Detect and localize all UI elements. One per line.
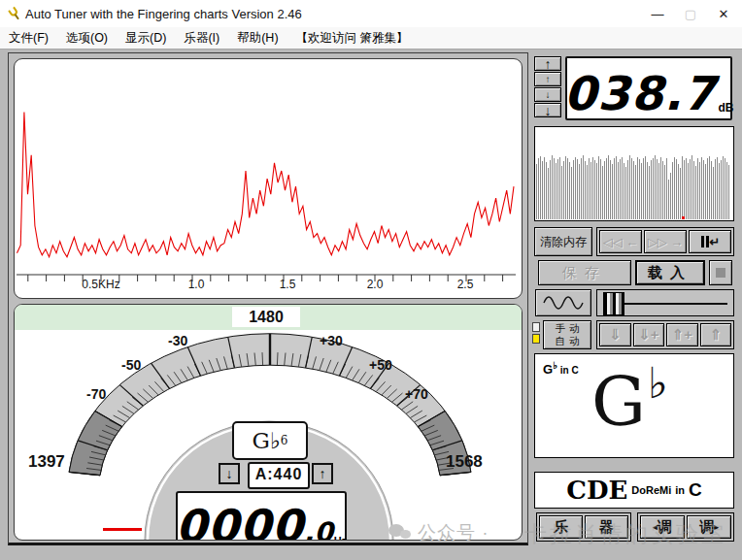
level-meter	[534, 126, 734, 221]
pitch-ref-up-button[interactable]: ↑	[312, 463, 333, 484]
shift-down-button[interactable]: ⇓	[599, 323, 631, 346]
level-bar	[647, 162, 648, 219]
x-tick-label: 0.5KHz	[82, 278, 119, 291]
level-bar	[627, 160, 628, 219]
level-bar	[624, 163, 624, 219]
db-unit: dB	[718, 101, 733, 115]
slider-handle[interactable]	[603, 292, 624, 315]
menu-options[interactable]: 选项(O)	[57, 30, 117, 47]
level-bar	[703, 160, 704, 219]
octave-arrow-group: ⇓ ⇓+ ⇑+ ⇑	[596, 320, 734, 349]
rewind-button[interactable]: ◁◁ ←	[599, 230, 642, 253]
level-bar	[557, 159, 558, 219]
shift-up-button[interactable]: ⇑	[700, 323, 732, 346]
waveform-button[interactable]	[535, 289, 591, 316]
level-bar	[577, 159, 578, 219]
minimize-button[interactable]: —	[641, 2, 674, 25]
level-bar	[686, 158, 687, 219]
instrument-prev-button[interactable]: 乐	[539, 515, 583, 539]
spectrum-plot	[15, 59, 520, 296]
level-bar	[614, 158, 615, 219]
level-bar	[657, 159, 658, 219]
db-big-down-button[interactable]: ↓	[534, 103, 561, 117]
level-bar	[589, 158, 590, 219]
shift-down-plus-button[interactable]: ⇓+	[633, 323, 665, 346]
level-bar	[653, 158, 654, 219]
level-bar	[616, 156, 617, 219]
close-button[interactable]: ✕	[707, 2, 740, 25]
level-bar	[629, 155, 630, 219]
pause-icon	[701, 236, 704, 247]
mode-indicators	[532, 322, 541, 346]
right-control-column: ↑ ↑ ↓ ↓ 038.7dB 清除内存 ◁◁ ← ▷▷ → ↵ 保存 载入 手…	[532, 52, 736, 545]
menu-file[interactable]: 文件(F)	[0, 30, 57, 47]
level-bar	[587, 165, 588, 219]
menu-help[interactable]: 帮助(H)	[228, 30, 287, 47]
level-bar	[728, 165, 729, 219]
key-next-button[interactable]: 调▸	[687, 515, 731, 539]
solfege-toggle[interactable]: CDE DoReMi in C	[534, 472, 734, 509]
big-note-glyph: G♭	[591, 368, 666, 436]
menu-instrument[interactable]: 乐器(I)	[175, 30, 228, 47]
level-bar	[596, 163, 597, 219]
scale-label-p30: +30	[320, 333, 343, 348]
level-bar	[575, 157, 576, 219]
level-bar	[569, 162, 570, 219]
x-tick-label: 1.5	[280, 278, 296, 291]
save-button[interactable]: 保存	[538, 260, 631, 285]
db-big-up-button[interactable]: ↑	[534, 56, 561, 71]
level-bar	[552, 155, 553, 219]
level-bar	[699, 162, 700, 219]
level-bar	[631, 158, 632, 219]
spectrum-panel: 0.5KHz 1.0 1.5 2.0 2.5	[14, 58, 523, 299]
shift-up-plus-button[interactable]: ⇑+	[666, 323, 698, 346]
stop-button[interactable]	[709, 260, 732, 285]
level-bar	[610, 160, 611, 219]
level-bar	[561, 166, 562, 219]
level-bar	[567, 158, 568, 219]
pause-button[interactable]: ↵	[689, 230, 731, 253]
level-bar	[719, 163, 720, 219]
instrument-next-button[interactable]: 器	[585, 515, 628, 539]
level-bar	[725, 158, 725, 219]
level-bar	[540, 156, 541, 219]
scale-label-p50: +50	[369, 357, 392, 373]
load-button[interactable]: 载入	[635, 260, 705, 285]
tuner-needle	[103, 528, 142, 531]
level-bar	[645, 156, 646, 219]
scale-label-m50: -50	[121, 357, 141, 373]
level-bar	[664, 165, 665, 219]
db-down-button[interactable]: ↓	[534, 87, 561, 102]
detected-note-display: G♭6	[232, 421, 308, 460]
forward-button[interactable]: ▷▷ →	[644, 230, 687, 253]
level-bar	[633, 161, 634, 219]
level-bar	[709, 156, 710, 219]
pitch-ref-down-button[interactable]: ↓	[219, 463, 240, 484]
range-low-frequency: 1397	[28, 452, 65, 472]
scale-label-p70: +70	[405, 386, 428, 402]
pause-icon	[706, 236, 709, 247]
menubar: 文件(F) 选项(O) 显示(D) 乐器(I) 帮助(H) 【欢迎访问 箫雅集】	[0, 27, 742, 49]
manual-label: 手动	[556, 322, 584, 335]
menu-display[interactable]: 显示(D)	[117, 30, 175, 47]
menu-welcome[interactable]: 【欢迎访问 箫雅集】	[287, 30, 418, 47]
level-bar	[622, 157, 623, 219]
right-triangle-icon: ▸	[714, 522, 719, 532]
clear-memory-button[interactable]: 清除内存	[534, 227, 592, 256]
level-bar	[666, 158, 667, 219]
manual-auto-button[interactable]: 手动 自动	[543, 320, 591, 349]
key-button-group: ◂调 调▸	[637, 512, 734, 542]
level-bar	[678, 164, 679, 219]
level-bar	[594, 160, 595, 219]
db-up-button[interactable]: ↑	[534, 72, 561, 86]
maximize-button[interactable]: ▢	[674, 2, 707, 25]
level-bar	[635, 165, 636, 219]
level-bar	[676, 159, 677, 219]
level-bar	[682, 156, 683, 219]
level-bar	[674, 157, 675, 219]
level-bar	[651, 160, 652, 219]
key-prev-button[interactable]: ◂调	[640, 515, 685, 539]
manual-indicator	[532, 322, 540, 332]
level-bar	[573, 160, 574, 219]
gain-slider[interactable]	[596, 289, 734, 316]
